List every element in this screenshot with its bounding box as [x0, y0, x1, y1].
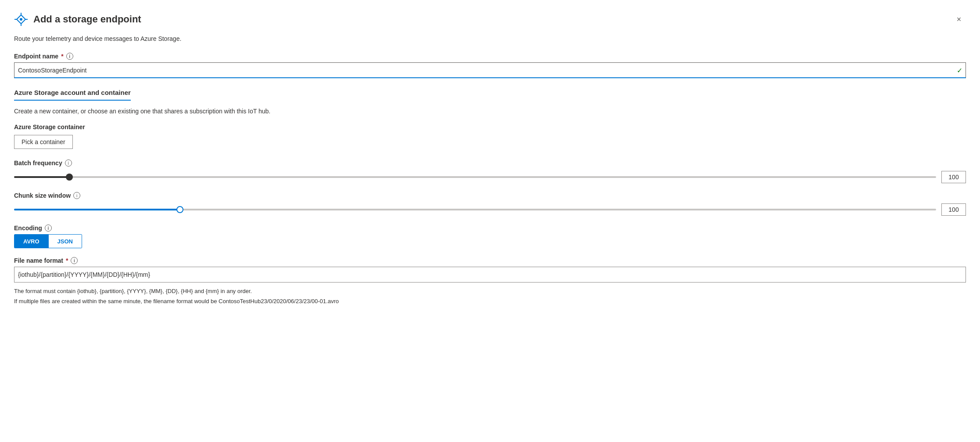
batch-frequency-slider-track[interactable] — [14, 176, 936, 178]
encoding-avro-option[interactable]: AVRO — [14, 235, 48, 248]
file-name-section: File name format * i — [14, 257, 966, 283]
endpoint-name-input[interactable] — [14, 62, 966, 78]
batch-frequency-section: Batch frequency i 100 — [14, 159, 966, 183]
required-indicator: * — [61, 53, 63, 60]
encoding-json-option[interactable]: JSON — [48, 235, 82, 248]
file-name-required: * — [66, 257, 68, 264]
encoding-toggle-group: AVRO JSON — [14, 234, 82, 248]
file-name-input[interactable] — [14, 267, 966, 283]
chunk-size-slider-row: 100 — [14, 203, 966, 216]
storage-section-tab: Azure Storage account and container — [14, 89, 131, 101]
pick-container-button[interactable]: Pick a container — [14, 135, 73, 149]
storage-description: Create a new container, or choose an exi… — [14, 108, 966, 115]
validation-check-icon: ✓ — [957, 66, 962, 75]
batch-frequency-slider-thumb[interactable] — [66, 174, 73, 181]
azure-storage-container-section: Azure Storage container Pick a container — [14, 123, 966, 149]
file-name-label-row: File name format * i — [14, 257, 966, 264]
close-button[interactable]: × — [952, 12, 966, 26]
chunk-size-value: 100 — [941, 203, 966, 216]
add-storage-endpoint-dialog: Add a storage endpoint × Route your tele… — [0, 0, 980, 442]
container-label: Azure Storage container — [14, 123, 966, 130]
chunk-size-info-icon[interactable]: i — [73, 192, 80, 199]
endpoint-name-info-icon[interactable]: i — [66, 53, 73, 60]
batch-frequency-value: 100 — [941, 171, 966, 183]
file-name-help-text: The format must contain {iothub}, {parti… — [14, 288, 966, 294]
section-tab-label: Azure Storage account and container — [14, 89, 131, 96]
batch-frequency-slider-row: 100 — [14, 171, 966, 183]
chunk-size-label: Chunk size window — [14, 192, 71, 199]
chunk-size-label-row: Chunk size window i — [14, 192, 966, 199]
batch-frequency-info-icon[interactable]: i — [65, 159, 72, 167]
encoding-label: Encoding — [14, 225, 42, 232]
chunk-size-slider-thumb[interactable] — [176, 206, 183, 213]
chunk-size-slider-track[interactable] — [14, 209, 936, 210]
file-name-example-text: If multiple files are created within the… — [14, 298, 966, 304]
svg-point-0 — [20, 18, 22, 21]
iot-hub-icon — [14, 12, 28, 26]
batch-frequency-label-row: Batch frequency i — [14, 159, 966, 167]
batch-frequency-label: Batch frequency — [14, 159, 62, 167]
file-name-info-icon[interactable]: i — [71, 257, 78, 264]
encoding-label-row: Encoding i — [14, 225, 966, 232]
subtitle-text: Route your telemetry and device messages… — [14, 35, 966, 42]
chunk-size-section: Chunk size window i 100 — [14, 192, 966, 216]
dialog-title-row: Add a storage endpoint — [14, 12, 141, 26]
page-title: Add a storage endpoint — [33, 14, 141, 25]
endpoint-name-field: Endpoint name * i ✓ — [14, 53, 966, 78]
endpoint-name-label: Endpoint name * i — [14, 53, 966, 60]
encoding-section: Encoding i AVRO JSON — [14, 225, 966, 248]
endpoint-name-input-wrapper: ✓ — [14, 62, 966, 78]
encoding-info-icon[interactable]: i — [45, 225, 52, 232]
file-name-label: File name format — [14, 257, 63, 264]
dialog-header: Add a storage endpoint × — [14, 12, 966, 26]
